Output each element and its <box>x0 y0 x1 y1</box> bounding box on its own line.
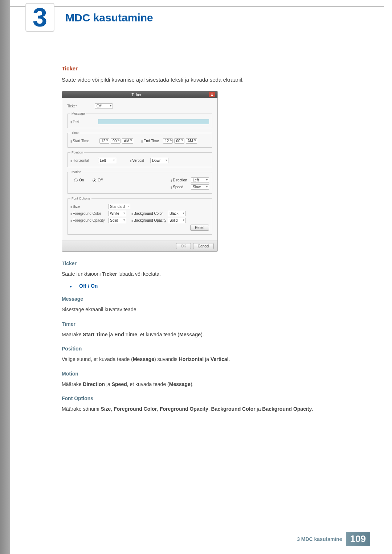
text-label: Text <box>70 120 98 124</box>
off-on-text: Off / On <box>79 283 98 289</box>
bgop-label: Background Opacity <box>131 218 168 222</box>
off-on-bullet: ●Off / On <box>70 283 352 289</box>
chapter-number-badge: 3 <box>25 3 54 32</box>
bold-span: Speed <box>112 381 127 387</box>
bold-span: Message <box>179 332 201 337</box>
text-span: ) suvandis <box>154 356 179 362</box>
text-span: , et kuvada teade ( <box>137 332 179 337</box>
direction-select[interactable]: Left <box>191 177 209 183</box>
body-position-paragraph: Valige suund, et kuvada teade (Message) … <box>62 355 352 363</box>
text-span: lubada või keelata. <box>117 271 161 277</box>
motion-on-radio[interactable] <box>74 178 78 182</box>
ok-button[interactable]: OK <box>176 243 191 249</box>
text-span: , <box>157 406 160 412</box>
bgop-select[interactable]: Solid <box>168 218 186 223</box>
bgcolor-select[interactable]: Black <box>168 211 186 216</box>
body-font-heading: Font Options <box>62 395 352 401</box>
text-span: , <box>208 406 211 412</box>
direction-label: Direction <box>171 178 191 182</box>
body-ticker-heading: Ticker <box>62 260 352 266</box>
dialog-titlebar: Ticker x <box>62 91 217 98</box>
text-span: Määrake sõnumi <box>62 406 101 412</box>
speed-label: Speed <box>171 185 191 189</box>
bullet-icon: ● <box>70 284 72 288</box>
dialog-title: Ticker <box>64 93 209 97</box>
bold-span: Direction <box>83 381 105 387</box>
position-legend: Position <box>70 151 84 154</box>
start-hour-spinner[interactable]: 12 <box>99 138 109 144</box>
body-timer-heading: Timer <box>62 321 352 327</box>
left-border-strip <box>0 0 10 554</box>
font-legend: Font Options <box>70 197 91 200</box>
bold-span: Size <box>101 406 111 412</box>
cancel-button[interactable]: Cancel <box>193 243 214 249</box>
end-hour-spinner[interactable]: 12 <box>163 138 173 144</box>
message-fieldset: Message Text <box>67 112 212 128</box>
text-span: , et kuvada teade ( <box>127 381 169 387</box>
close-icon[interactable]: x <box>209 92 215 97</box>
body-position-heading: Position <box>62 346 352 352</box>
fgcolor-select[interactable]: White <box>108 211 126 216</box>
vertical-select[interactable]: Down <box>150 158 168 163</box>
end-min-spinner[interactable]: 00 <box>174 138 184 144</box>
motion-fieldset: Motion On Off Direction Left Speed Slow <box>67 170 212 194</box>
body-motion-paragraph: Määrake Direction ja Speed, et kuvada te… <box>62 380 352 388</box>
section-heading-ticker: Ticker <box>62 65 352 71</box>
speed-select[interactable]: Slow <box>191 184 209 190</box>
text-span: ). <box>201 332 204 337</box>
text-span: . <box>312 406 313 412</box>
size-select[interactable]: Standard <box>108 204 130 209</box>
bold-span: Foreground Color <box>114 406 157 412</box>
end-time-label: End Time <box>141 139 162 143</box>
body-message-paragraph: Sisestage ekraanil kuvatav teade. <box>62 305 352 313</box>
reset-button[interactable]: Reset <box>190 225 209 231</box>
end-ampm-spinner[interactable]: AM <box>186 138 197 144</box>
bold-span: Ticker <box>102 271 117 277</box>
body-motion-heading: Motion <box>62 371 352 377</box>
bold-span: Message <box>133 356 154 362</box>
bold-span: Message <box>169 381 191 387</box>
horizontal-select[interactable]: Left <box>98 158 116 163</box>
top-rule <box>10 6 384 7</box>
bgcolor-label: Background Color <box>131 212 168 216</box>
bold-span: Background Opacity <box>262 406 312 412</box>
bold-span: End Time <box>114 332 137 337</box>
message-legend: Message <box>70 112 86 115</box>
body-timer-paragraph: Määrake Start Time ja End Time, et kuvad… <box>62 331 352 338</box>
time-legend: Time <box>70 131 80 135</box>
time-fieldset: Time Start Time 12 00 AM End Time 12 00 … <box>67 131 212 148</box>
page-number: 109 <box>346 532 370 546</box>
size-label: Size <box>70 205 108 209</box>
bold-span: Foreground Opacity <box>160 406 208 412</box>
text-span: ja <box>108 332 115 337</box>
text-span: Määrake <box>62 332 83 337</box>
message-text-input[interactable] <box>98 119 209 124</box>
start-ampm-spinner[interactable]: AM <box>122 138 133 144</box>
bold-span: Vertical <box>211 356 229 362</box>
text-span: ). <box>191 381 194 387</box>
bold-span: Start Time <box>83 332 107 337</box>
font-fieldset: Font Options Size Standard Foreground Co… <box>67 197 212 235</box>
bold-span: Background Color <box>211 406 256 412</box>
text-span: ja <box>105 381 112 387</box>
footer-text: 3 MDC kasutamine <box>297 536 342 542</box>
start-min-spinner[interactable]: 00 <box>111 138 121 144</box>
fgop-select[interactable]: Solid <box>108 218 126 223</box>
motion-off-label: Off <box>98 178 102 182</box>
vertical-label: Vertical <box>130 159 150 163</box>
chapter-number: 3 <box>33 4 47 30</box>
body-ticker-paragraph: Saate funktsiooni Ticker lubada või keel… <box>62 270 352 278</box>
motion-legend: Motion <box>70 170 82 174</box>
text-span: ja <box>204 356 211 362</box>
chapter-title: MDC kasutamine <box>65 12 153 24</box>
text-span: Määrake <box>62 381 83 387</box>
motion-off-radio[interactable] <box>93 178 96 182</box>
page-footer: 3 MDC kasutamine 109 <box>297 532 370 546</box>
section-intro: Saate video või pildi kuvamise ajal sise… <box>62 77 352 83</box>
fgop-label: Foreground Opacity <box>70 218 108 222</box>
text-span: Valige suund, et kuvada teade ( <box>62 356 133 362</box>
body-message-heading: Message <box>62 296 352 302</box>
ticker-dialog: Ticker x Ticker Off Message Text Time St… <box>62 91 218 252</box>
ticker-select[interactable]: Off <box>95 103 113 109</box>
motion-on-label: On <box>79 178 84 182</box>
